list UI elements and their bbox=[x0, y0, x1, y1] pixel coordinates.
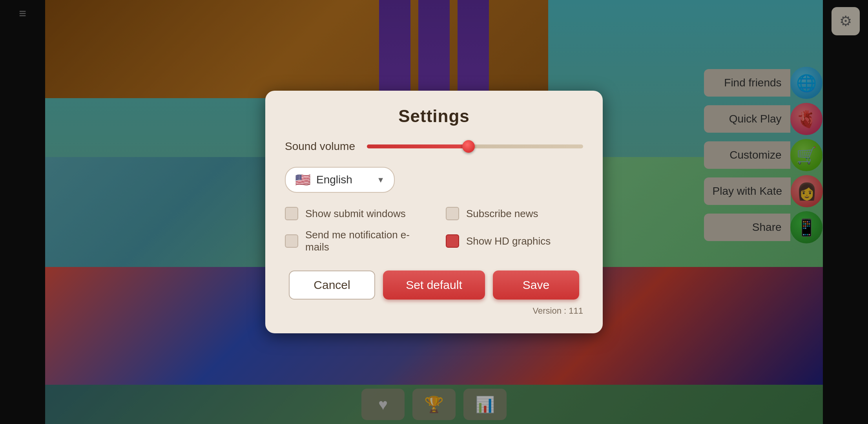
save-button[interactable]: Save bbox=[493, 270, 579, 300]
settings-dialog: Settings Sound volume 🇺🇸 English ▼ Show … bbox=[265, 91, 603, 333]
subscribe-news-checkbox[interactable] bbox=[446, 207, 459, 220]
checkbox-row-notification: Send me notification e-mails bbox=[285, 229, 422, 253]
flag-icon: 🇺🇸 bbox=[295, 172, 311, 187]
language-text: English bbox=[316, 174, 371, 186]
chevron-down-icon: ▼ bbox=[377, 175, 385, 185]
volume-label: Sound volume bbox=[285, 140, 355, 153]
version-text: Version : 111 bbox=[285, 306, 583, 316]
set-default-button[interactable]: Set default bbox=[383, 270, 485, 300]
notification-emails-label: Send me notification e-mails bbox=[305, 229, 422, 253]
show-hd-checkbox[interactable] bbox=[446, 234, 459, 248]
show-submit-checkbox[interactable] bbox=[285, 207, 298, 220]
settings-overlay: Settings Sound volume 🇺🇸 English ▼ Show … bbox=[0, 0, 868, 424]
volume-row: Sound volume bbox=[285, 140, 583, 153]
checkbox-row-show-submit: Show submit windows bbox=[285, 207, 422, 220]
volume-fill bbox=[367, 144, 470, 148]
subscribe-news-label: Subscribe news bbox=[466, 208, 538, 220]
show-hd-label: Show HD graphics bbox=[466, 235, 551, 247]
checkbox-row-subscribe: Subscribe news bbox=[446, 207, 583, 220]
checkbox-row-hd: Show HD graphics bbox=[446, 229, 583, 253]
action-buttons-row: Cancel Set default Save bbox=[285, 270, 583, 300]
show-submit-label: Show submit windows bbox=[305, 208, 406, 220]
volume-track bbox=[367, 144, 583, 148]
language-dropdown[interactable]: 🇺🇸 English ▼ bbox=[285, 167, 395, 193]
settings-title: Settings bbox=[285, 106, 583, 126]
volume-thumb[interactable] bbox=[462, 140, 475, 153]
volume-slider-container[interactable] bbox=[367, 141, 583, 152]
cancel-button[interactable]: Cancel bbox=[289, 270, 375, 300]
checkboxes-grid: Show submit windows Subscribe news Send … bbox=[285, 207, 583, 253]
notification-emails-checkbox[interactable] bbox=[285, 234, 298, 248]
